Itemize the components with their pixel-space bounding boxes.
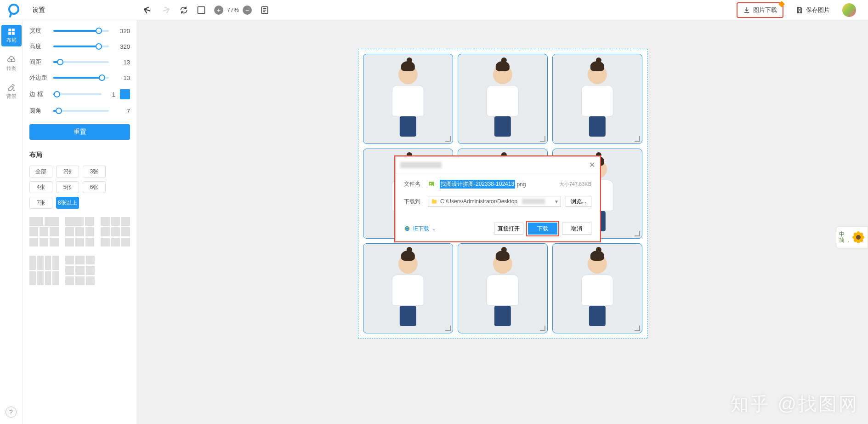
reset-button[interactable]: 重置 <box>29 124 130 140</box>
path-blurred <box>522 199 545 204</box>
new-badge-icon <box>778 0 785 7</box>
template-2[interactable] <box>65 217 95 246</box>
photo-cell[interactable] <box>363 243 453 333</box>
template-3[interactable] <box>101 217 130 246</box>
photo-cell[interactable] <box>363 54 453 144</box>
svg-point-8 <box>13 90 14 91</box>
count-5[interactable]: 5张 <box>56 181 79 193</box>
margin-value: 13 <box>113 74 130 81</box>
app-logo[interactable] <box>4 0 24 20</box>
slider-height: 高度 320 <box>29 42 130 51</box>
dialog-titlebar: ✕ <box>396 157 600 173</box>
slider-gap: 间距 13 <box>29 58 130 66</box>
user-avatar[interactable] <box>842 3 856 17</box>
save-image-button[interactable]: 保存图片 <box>790 3 836 17</box>
filesize-label: 大小747.83KB <box>559 181 591 188</box>
width-slider[interactable] <box>53 30 109 32</box>
svg-rect-4 <box>8 29 11 31</box>
count-all[interactable]: 全部 <box>29 166 52 178</box>
template-5[interactable] <box>65 256 95 285</box>
main-area: 布局 传图 背景 ? 宽度 320 高度 320 间距 13 外边距 <box>0 20 868 424</box>
close-icon[interactable]: ✕ <box>589 160 595 169</box>
path-input[interactable]: C:\Users\Administrator\Desktop ▼ <box>428 196 561 207</box>
open-direct-button[interactable]: 直接打开 <box>494 223 523 235</box>
template-1[interactable] <box>29 217 59 246</box>
image-file-icon <box>428 181 435 188</box>
count-2[interactable]: 2张 <box>56 166 79 178</box>
count-8plus[interactable]: 8张以上 <box>56 197 79 209</box>
ie-icon <box>404 225 410 232</box>
download-dialog: ✕ 文件名 找图设计拼图-202338-102413.png 大小747.83K… <box>394 155 601 242</box>
browse-button[interactable]: 浏览... <box>566 196 591 207</box>
download-label: 图片下载 <box>753 6 777 14</box>
toolbar: + 77% − <box>142 5 269 15</box>
gap-label: 间距 <box>29 58 49 66</box>
sunflower-icon <box>853 232 863 242</box>
margin-slider[interactable] <box>53 77 109 79</box>
app-header: 设置 + 77% − 图片下载 保存图片 <box>0 0 868 20</box>
nav-layout-label: 布局 <box>6 37 17 44</box>
nav-upload-label: 传图 <box>6 65 17 72</box>
float-widget[interactable]: 中简 ， <box>836 226 868 248</box>
path-value: C:\Users\Administrator\Desktop <box>440 198 517 205</box>
zoom-out-button[interactable]: − <box>243 6 252 15</box>
ie-download-link[interactable]: IE下载 ⌄ <box>404 225 436 233</box>
count-buttons: 全部 2张 3张 4张 5张 6张 7张 8张以上 <box>29 166 130 209</box>
redo-icon[interactable] <box>161 5 171 15</box>
canvas[interactable]: ✕ 文件名 找图设计拼图-202338-102413.png 大小747.83K… <box>137 20 868 424</box>
chevron-down-icon: ⌄ <box>432 226 436 231</box>
nav-bg-label: 背景 <box>6 93 17 100</box>
count-7[interactable]: 7张 <box>29 197 52 209</box>
filename-row: 文件名 找图设计拼图-202338-102413.png 大小747.83KB <box>404 180 591 189</box>
svg-rect-7 <box>11 32 14 35</box>
help-button[interactable]: ? <box>6 407 17 418</box>
photo-cell[interactable] <box>458 243 548 333</box>
fit-screen-icon[interactable] <box>197 6 206 15</box>
layout-templates <box>29 217 130 285</box>
dialog-footer: IE下载 ⌄ 直接打开 下载 取消 <box>396 219 600 241</box>
count-4[interactable]: 4张 <box>29 181 52 193</box>
gap-slider[interactable] <box>53 61 109 63</box>
height-slider[interactable] <box>53 46 109 47</box>
svg-point-11 <box>405 226 410 231</box>
template-4[interactable] <box>29 256 59 285</box>
folder-icon <box>431 198 437 205</box>
undo-icon[interactable] <box>142 5 153 15</box>
filename-value: 找图设计拼图-202338-102413.png <box>440 180 526 189</box>
save-icon <box>796 6 803 14</box>
count-3[interactable]: 3张 <box>83 166 106 178</box>
svg-rect-6 <box>8 32 11 35</box>
dialog-title-blurred <box>400 162 442 168</box>
photo-cell[interactable] <box>552 243 642 333</box>
cancel-button[interactable]: 取消 <box>562 223 591 235</box>
chevron-down-icon[interactable]: ▼ <box>554 199 559 204</box>
nav-upload[interactable]: 传图 <box>1 53 22 74</box>
slider-radius: 圆角 7 <box>29 107 130 115</box>
height-value: 320 <box>113 43 130 50</box>
download-button[interactable]: 下载 <box>528 223 557 235</box>
paint-icon <box>7 84 16 92</box>
width-value: 320 <box>113 28 130 34</box>
zoom-controls: + 77% − <box>214 6 252 15</box>
border-color-swatch[interactable] <box>120 89 130 99</box>
save-label: 保存图片 <box>806 6 830 14</box>
settings-panel: 宽度 320 高度 320 间距 13 外边距 13 边 框 1 圆角 <box>23 20 137 424</box>
filename-ext: .png <box>515 181 526 188</box>
nav-layout[interactable]: 布局 <box>1 25 22 46</box>
cloud-upload-icon <box>7 56 16 64</box>
border-value: 1 <box>106 91 115 98</box>
zoom-in-button[interactable]: + <box>214 6 223 15</box>
photo-cell[interactable] <box>458 54 548 144</box>
header-right: 图片下载 保存图片 <box>737 2 864 18</box>
radius-slider[interactable] <box>53 110 109 112</box>
filename-selected: 找图设计拼图-202338-102413 <box>440 180 515 189</box>
slider-margin: 外边距 13 <box>29 74 130 82</box>
download-image-button[interactable]: 图片下载 <box>737 2 783 18</box>
refresh-icon[interactable] <box>179 6 188 15</box>
nav-background[interactable]: 背景 <box>1 81 22 103</box>
photo-cell[interactable] <box>552 54 642 144</box>
count-6[interactable]: 6张 <box>83 181 106 193</box>
notes-icon[interactable] <box>260 6 269 15</box>
zoom-value: 77% <box>227 6 239 13</box>
border-slider[interactable] <box>53 93 102 95</box>
